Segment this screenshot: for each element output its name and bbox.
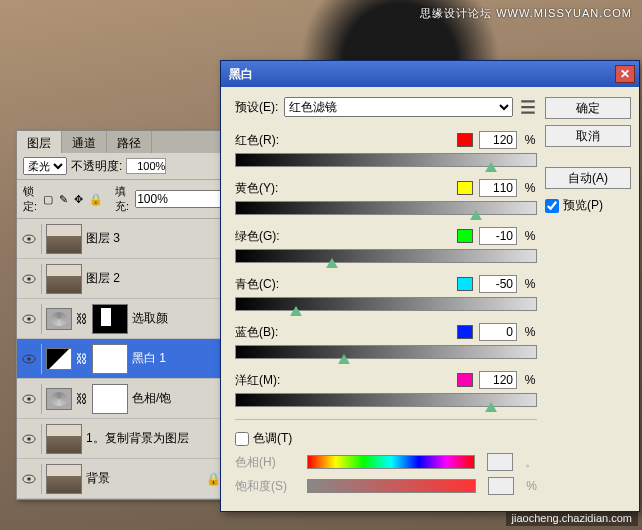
lock-icon: 🔒	[206, 472, 221, 486]
slider-handle[interactable]	[470, 210, 482, 220]
layer-name: 图层 3	[86, 230, 221, 247]
fill-label: 填充:	[115, 184, 129, 214]
layer-name: 1。复制背景为图层	[86, 430, 221, 447]
slider-value-input[interactable]	[479, 371, 517, 389]
sat-unit: %	[526, 479, 537, 493]
layer-row[interactable]: 背景🔒	[17, 459, 225, 499]
tab-paths[interactable]: 路径	[107, 131, 152, 153]
slider-label: 红色(R):	[235, 132, 295, 149]
cancel-button[interactable]: 取消	[545, 125, 631, 147]
sat-value-box	[488, 477, 514, 495]
slider-track[interactable]	[235, 297, 537, 311]
slider-track[interactable]	[235, 393, 537, 407]
lock-icon[interactable]: ▢	[43, 193, 53, 206]
slider-label: 绿色(G):	[235, 228, 295, 245]
watermark-bottom: jiaocheng.chazidian.com	[506, 510, 638, 526]
adjustment-icon	[46, 308, 72, 330]
percent-label: %	[523, 325, 537, 339]
color-slider-block: 洋红(M):%	[235, 371, 537, 407]
panel-tabs: 图层 通道 路径	[17, 131, 225, 153]
slider-label: 洋红(M):	[235, 372, 295, 389]
slider-value-input[interactable]	[479, 131, 517, 149]
slider-value-input[interactable]	[479, 227, 517, 245]
slider-track[interactable]	[235, 153, 537, 167]
slider-handle[interactable]	[485, 402, 497, 412]
sat-label: 饱和度(S)	[235, 478, 295, 495]
slider-value-input[interactable]	[479, 323, 517, 341]
tab-layers[interactable]: 图层	[17, 131, 62, 153]
visibility-eye-icon[interactable]	[21, 471, 37, 487]
blend-mode-select[interactable]: 柔光	[23, 157, 67, 175]
visibility-eye-icon[interactable]	[21, 271, 37, 287]
visibility-eye-icon[interactable]	[21, 391, 37, 407]
blend-opacity-row: 柔光 不透明度:	[17, 153, 225, 180]
percent-label: %	[523, 373, 537, 387]
preset-select[interactable]: 红色滤镜	[284, 97, 513, 117]
tint-label: 色调(T)	[253, 430, 292, 447]
preset-label: 预设(E):	[235, 99, 278, 116]
link-icon: ⛓	[76, 312, 88, 326]
slider-handle[interactable]	[290, 306, 302, 316]
color-swatch	[457, 373, 473, 387]
slider-handle[interactable]	[485, 162, 497, 172]
layer-row[interactable]: ⛓选取颜	[17, 299, 225, 339]
close-button[interactable]: ✕	[615, 65, 635, 83]
blackwhite-dialog: 黑白 ✕ 预设(E): 红色滤镜 红色(R):%黄色(Y):%绿色(G):%青色…	[220, 60, 640, 512]
visibility-eye-icon[interactable]	[21, 351, 37, 367]
layer-row[interactable]: 图层 2	[17, 259, 225, 299]
layer-row[interactable]: ⛓色相/饱	[17, 379, 225, 419]
preset-menu-icon[interactable]	[519, 98, 537, 116]
opacity-label: 不透明度:	[71, 158, 122, 175]
mask-thumb	[92, 384, 128, 414]
slider-handle[interactable]	[326, 258, 338, 268]
layer-row[interactable]: 图层 3	[17, 219, 225, 259]
layer-row[interactable]: 1。复制背景为图层	[17, 419, 225, 459]
layer-thumb	[46, 424, 82, 454]
slider-track[interactable]	[235, 249, 537, 263]
svg-point-5	[27, 317, 31, 321]
tab-channels[interactable]: 通道	[62, 131, 107, 153]
color-slider-block: 青色(C):%	[235, 275, 537, 311]
lock-icon[interactable]: ✎	[59, 193, 68, 206]
color-swatch	[457, 133, 473, 147]
dialog-titlebar[interactable]: 黑白 ✕	[221, 61, 639, 87]
adjustment-icon	[46, 388, 72, 410]
color-swatch	[457, 229, 473, 243]
auto-button[interactable]: 自动(A)	[545, 167, 631, 189]
layer-row[interactable]: ⛓黑白 1	[17, 339, 225, 379]
slider-track[interactable]	[235, 345, 537, 359]
preview-checkbox[interactable]	[545, 199, 559, 213]
sliders-area: 红色(R):%黄色(Y):%绿色(G):%青色(C):%蓝色(B):%洋红(M)…	[235, 131, 537, 407]
tint-checkbox[interactable]	[235, 432, 249, 446]
opacity-input[interactable]	[126, 158, 166, 174]
slider-value-input[interactable]	[479, 275, 517, 293]
svg-point-3	[27, 277, 31, 281]
preview-label: 预览(P)	[563, 197, 603, 214]
layer-name: 黑白 1	[132, 350, 221, 367]
svg-point-1	[27, 237, 31, 241]
adjustment-icon	[46, 348, 72, 370]
link-icon: ⛓	[76, 352, 88, 366]
lock-icon[interactable]: 🔒	[89, 193, 103, 206]
mask-thumb	[92, 304, 128, 334]
slider-track[interactable]	[235, 201, 537, 215]
ok-button[interactable]: 确定	[545, 97, 631, 119]
visibility-eye-icon[interactable]	[21, 311, 37, 327]
percent-label: %	[523, 277, 537, 291]
watermark-top: 思缘设计论坛 WWW.MISSYUAN.COM	[420, 6, 632, 21]
slider-label: 青色(C):	[235, 276, 295, 293]
svg-point-11	[27, 437, 31, 441]
sat-bar	[307, 479, 476, 493]
lock-icon[interactable]: ✥	[74, 193, 83, 206]
color-swatch	[457, 325, 473, 339]
slider-handle[interactable]	[338, 354, 350, 364]
color-slider-block: 红色(R):%	[235, 131, 537, 167]
percent-label: %	[523, 229, 537, 243]
visibility-eye-icon[interactable]	[21, 431, 37, 447]
percent-label: %	[523, 181, 537, 195]
slider-value-input[interactable]	[479, 179, 517, 197]
layer-list: 图层 3图层 2⛓选取颜⛓黑白 1⛓色相/饱1。复制背景为图层背景🔒	[17, 219, 225, 499]
link-icon: ⛓	[76, 392, 88, 406]
visibility-eye-icon[interactable]	[21, 231, 37, 247]
layer-thumb	[46, 464, 82, 494]
